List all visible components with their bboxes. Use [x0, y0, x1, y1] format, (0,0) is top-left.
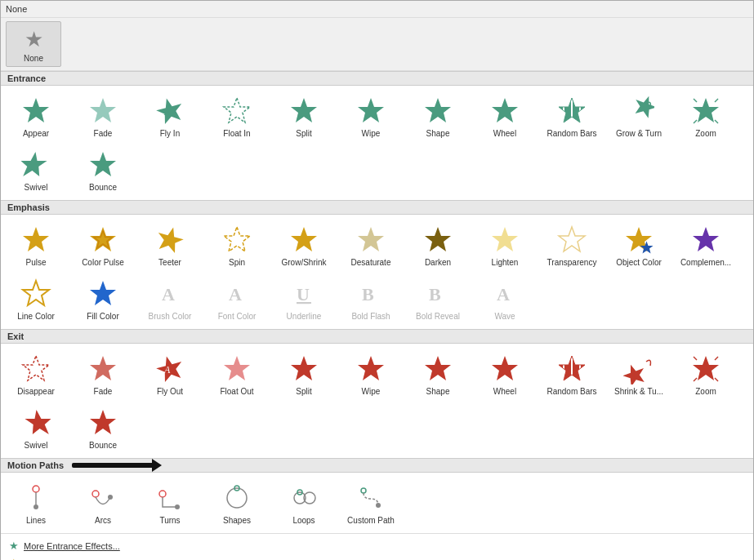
emphasis-spin[interactable]: Spin [203, 218, 270, 272]
wipe-icon [355, 95, 387, 127]
objectcolor-label: Object Color [616, 258, 662, 268]
entrance-zoom[interactable]: Zoom [672, 89, 739, 143]
more-emphasis-effects[interactable]: ★ More Emphasis Effects... [1, 554, 753, 560]
svg-marker-1 [90, 98, 116, 122]
exit-wheel[interactable]: Wheel [471, 347, 538, 401]
exit-fade-icon [87, 353, 119, 385]
emphasis-fillcolor[interactable]: Fill Color [69, 272, 136, 326]
growturn-label: Grow & Turn [616, 129, 662, 139]
flyin-icon: A [154, 95, 186, 127]
shape-icon [422, 95, 454, 127]
motion-arcs[interactable]: Arcs [69, 476, 136, 530]
exit-shrinkturn[interactable]: Shrink & Tu... [605, 347, 672, 401]
entrance-title: Entrance [7, 73, 46, 83]
motion-lines[interactable]: Lines [2, 476, 69, 530]
darken-icon [422, 224, 454, 256]
wave-label: Wave [494, 312, 515, 322]
entrance-shape[interactable]: Shape [404, 89, 471, 143]
exit-disappear[interactable]: Disappear [2, 347, 69, 401]
emphasis-section: Emphasis Pulse Color Pulse [1, 200, 753, 329]
emphasis-pulse[interactable]: Pulse [2, 218, 69, 272]
entrance-bounce[interactable]: Bounce [69, 143, 136, 197]
swivel-green-icon [20, 149, 52, 181]
entrance-split[interactable]: Split [270, 89, 337, 143]
exit-floatout[interactable]: Float Out [203, 347, 270, 401]
emphasis-fontcolor[interactable]: A Font Color [203, 272, 270, 326]
exit-wipe-label: Wipe [362, 387, 381, 397]
randombars-green-icon [555, 95, 588, 127]
svg-line-19 [694, 120, 697, 123]
entrance-wheel[interactable]: Wheel [471, 89, 538, 143]
motion-loops[interactable]: Loops [270, 476, 337, 530]
emphasis-complementary[interactable]: Complemen... [672, 218, 739, 272]
emphasis-underline[interactable]: U Underline [270, 272, 337, 326]
svg-marker-0 [23, 98, 49, 122]
motion-shapes[interactable]: Shapes [203, 476, 270, 530]
motion-custompath[interactable]: Custom Path [337, 476, 404, 530]
exit-shape[interactable]: Shape [404, 347, 471, 401]
entrance-growturn[interactable]: Grow & Turn [605, 89, 672, 143]
exit-bounce[interactable]: Bounce [69, 401, 136, 455]
entrance-appear[interactable]: Appear [2, 89, 69, 143]
wave-icon: A [489, 278, 521, 310]
exit-items-grid: Disappear Fade A Fly Out [1, 344, 753, 458]
emphasis-boldflash[interactable]: B Bold Flash [337, 272, 404, 326]
svg-text:A: A [162, 284, 175, 304]
fade-icon [87, 95, 119, 127]
emphasis-growshrink[interactable]: Grow/Shrink [270, 218, 337, 272]
entrance-wipe[interactable]: Wipe [337, 89, 404, 143]
lighten-label: Lighten [492, 258, 519, 268]
entrance-floatin[interactable]: Float In [203, 89, 270, 143]
underline-label: Underline [287, 312, 322, 322]
bounce-green-icon [87, 149, 119, 181]
spin-icon [221, 224, 253, 256]
svg-marker-31 [492, 227, 518, 251]
transparency-icon [555, 224, 588, 256]
more-entrance-text: More Entrance Effects... [24, 541, 120, 551]
svg-point-73 [159, 491, 166, 497]
boldflash-icon: B [355, 278, 387, 310]
exit-fade[interactable]: Fade [69, 347, 136, 401]
none-animation-item[interactable]: ★ None [6, 21, 61, 67]
svg-line-65 [715, 378, 718, 381]
svg-point-68 [33, 486, 39, 492]
entrance-flyin[interactable]: A Fly In [136, 89, 203, 143]
emphasis-desaturate[interactable]: Desaturate [337, 218, 404, 272]
emphasis-transparency[interactable]: Transparency [538, 218, 605, 272]
emphasis-linecolor[interactable]: Line Color [2, 272, 69, 326]
shape-label: Shape [426, 129, 450, 139]
emphasis-lighten[interactable]: Lighten [471, 218, 538, 272]
emphasis-brushcolor[interactable]: A Brush Color [136, 272, 203, 326]
emphasis-teeter[interactable]: Teeter [136, 218, 203, 272]
exit-split[interactable]: Split [270, 347, 337, 401]
exit-shape-icon [422, 353, 454, 385]
entrance-swivel[interactable]: Swivel [2, 143, 69, 197]
colorpulse-icon [87, 224, 119, 256]
more-entrance-effects[interactable]: ★ More Entrance Effects... [1, 537, 753, 554]
svg-marker-27 [224, 227, 250, 251]
svg-rect-54 [556, 353, 563, 384]
svg-marker-29 [358, 227, 384, 251]
exit-randombars[interactable]: Random Bars [538, 347, 605, 401]
exit-wipe[interactable]: Wipe [337, 347, 404, 401]
underline-icon: U [288, 278, 320, 310]
svg-marker-45 [23, 356, 49, 380]
svg-marker-26 [154, 224, 185, 255]
emphasis-boldreveal[interactable]: B Bold Reveal [404, 272, 471, 326]
shrinkturn-label: Shrink & Tu... [614, 387, 663, 397]
exit-fade-label: Fade [94, 387, 113, 397]
emphasis-objectcolor[interactable]: Object Color [605, 218, 672, 272]
exit-flyout[interactable]: A Fly Out [136, 347, 203, 401]
svg-marker-49 [224, 356, 250, 380]
emphasis-colorpulse[interactable]: Color Pulse [69, 218, 136, 272]
entrance-randombars[interactable]: Random Bars [538, 89, 605, 143]
svg-marker-6 [358, 98, 384, 122]
entrance-fade[interactable]: Fade [69, 89, 136, 143]
floatin-label: Float In [223, 129, 250, 139]
motion-turns[interactable]: Turns [136, 476, 203, 530]
exit-swivel[interactable]: Swivel [2, 401, 69, 455]
emphasis-darken[interactable]: Darken [404, 218, 471, 272]
exit-zoom[interactable]: Zoom [672, 347, 739, 401]
exit-split-icon [288, 353, 320, 385]
emphasis-wave[interactable]: A Wave [471, 272, 538, 326]
